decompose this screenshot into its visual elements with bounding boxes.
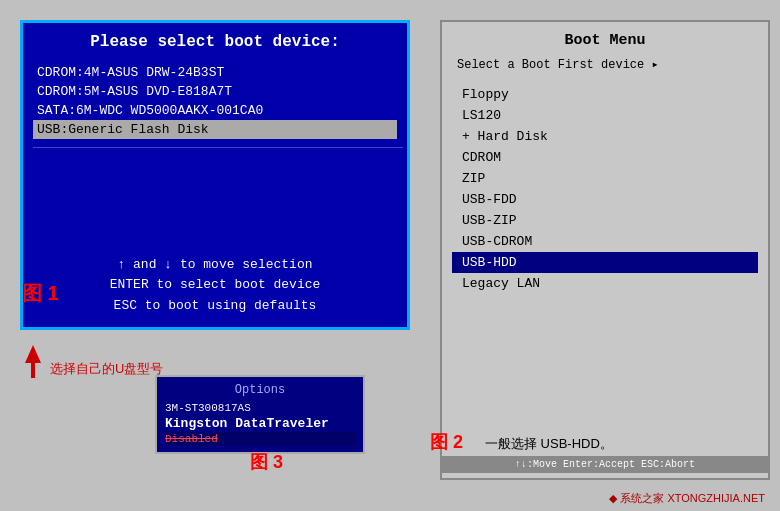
boot-menu-ls120[interactable]: LS120: [452, 105, 758, 126]
bios-footer: ↑ and ↓ to move selection ENTER to selec…: [23, 255, 407, 317]
boot-item-usb[interactable]: USB:Generic Flash Disk: [33, 120, 397, 139]
watermark-text: 系统之家 XTONGZHIJIA.NET: [620, 491, 765, 506]
figure2-label: 图 2: [430, 430, 463, 454]
boot-menu-usb-zip[interactable]: USB-ZIP: [452, 210, 758, 231]
boot-menu-usb-hdd[interactable]: USB-HDD: [452, 252, 758, 273]
boot-item-sata[interactable]: SATA:6M-WDC WD5000AAKX-001CA0: [33, 101, 397, 120]
usb-annotation: [25, 345, 41, 378]
boot-menu-legacy-lan[interactable]: Legacy LAN: [452, 273, 758, 294]
boot-menu-footer: ↑↓:Move Enter:Accept ESC:Abort: [442, 456, 768, 473]
bios-boot-device-panel: Please select boot device: CDROM:4M-ASUS…: [20, 20, 410, 330]
options-title: Options: [165, 383, 355, 397]
bios-boot-menu-panel: Boot Menu Select a Boot First device ▸ F…: [440, 20, 770, 480]
boot-select-label: Select a Boot First device ▸: [452, 57, 758, 72]
figure1-label: 图 1: [22, 280, 59, 307]
figure3-label: 图 3: [250, 450, 283, 474]
arrow-stem: [31, 363, 35, 378]
usb-label-text: 选择自己的U盘型号: [50, 360, 163, 378]
watermark: ◆ 系统之家 XTONGZHIJIA.NET: [609, 491, 765, 506]
options-item-st[interactable]: 3M-ST300817AS: [165, 401, 355, 415]
options-item-disabled[interactable]: Disabled: [165, 432, 355, 446]
boot-menu-usb-fdd[interactable]: USB-FDD: [452, 189, 758, 210]
bios-title: Please select boot device:: [33, 33, 397, 51]
boot-menu-title: Boot Menu: [452, 32, 758, 49]
boot-menu-floppy[interactable]: Floppy: [452, 84, 758, 105]
divider: [33, 147, 403, 148]
footer-line3: ESC to boot using defaults: [23, 296, 407, 317]
boot-menu-zip[interactable]: ZIP: [452, 168, 758, 189]
boot-menu-cdrom[interactable]: CDROM: [452, 147, 758, 168]
options-item-kingston[interactable]: Kingston DataTraveler: [165, 415, 355, 432]
arrow-up-icon: [25, 345, 41, 363]
boot-item-cdrom1[interactable]: CDROM:4M-ASUS DRW-24B3ST: [33, 63, 397, 82]
footer-line1: ↑ and ↓ to move selection: [23, 255, 407, 276]
watermark-logo: ◆ 系统之家 XTONGZHIJIA.NET: [609, 491, 765, 506]
figure2-text: 一般选择 USB-HDD。: [485, 435, 613, 453]
boot-menu-harddisk[interactable]: Hard Disk: [452, 126, 758, 147]
options-panel: Options 3M-ST300817AS Kingston DataTrave…: [155, 375, 365, 454]
footer-line2: ENTER to select boot device: [23, 275, 407, 296]
boot-item-cdrom2[interactable]: CDROM:5M-ASUS DVD-E818A7T: [33, 82, 397, 101]
boot-menu-usb-cdrom[interactable]: USB-CDROM: [452, 231, 758, 252]
